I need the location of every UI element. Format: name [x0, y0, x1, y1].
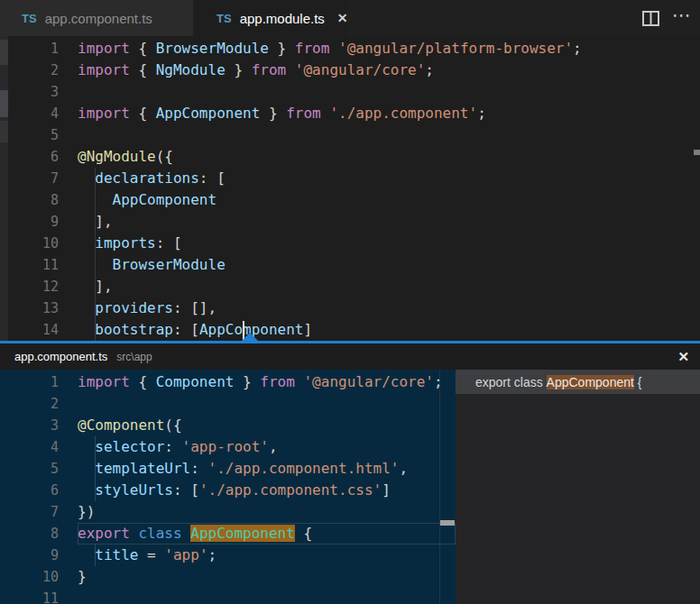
- line-number-gutter: 1234567891011121314: [8, 38, 63, 341]
- tab-label: app.module.ts: [240, 11, 325, 26]
- line-number: 12: [8, 276, 59, 297]
- peek-pointer-triangle: [242, 333, 258, 341]
- line-number: 10: [8, 233, 59, 254]
- code-token: from: [286, 105, 321, 122]
- close-peek-icon[interactable]: ✕: [677, 349, 689, 365]
- code-token: {: [295, 525, 312, 542]
- code-token: AppComponent: [156, 105, 261, 122]
- code-line[interactable]: [78, 393, 456, 415]
- typescript-file-icon: TS: [216, 12, 232, 25]
- code-line[interactable]: templateUrl: './app.component.html',: [78, 458, 456, 480]
- code-line[interactable]: import { NgModule } from '@angular/core'…: [78, 59, 700, 81]
- code-token: declarations: [95, 169, 199, 187]
- peek-code-editor[interactable]: 1234567891011 import { Component } from …: [0, 370, 456, 604]
- tab-app-component-ts[interactable]: TS app.component.ts: [0, 0, 193, 36]
- code-line[interactable]: }): [78, 501, 456, 523]
- code-line[interactable]: [78, 124, 700, 146]
- code-line[interactable]: import { BrowserModule } from '@angular/…: [78, 38, 700, 59]
- match-highlight: AppComponent: [547, 375, 634, 389]
- code-line[interactable]: BrowserModule: [78, 254, 700, 276]
- tab-app-module-ts[interactable]: TS app.module.ts ✕: [195, 0, 347, 36]
- code-token: class: [138, 525, 181, 542]
- peek-header: app.component.ts src\app ✕: [0, 343, 700, 370]
- line-number: 2: [8, 59, 59, 81]
- code-token: [78, 481, 95, 499]
- line-number-gutter: 1234567891011: [8, 371, 63, 604]
- code-line[interactable]: providers: [],: [78, 297, 700, 319]
- code-token: ;: [477, 105, 486, 122]
- line-number: 9: [8, 211, 59, 233]
- reference-list-item[interactable]: export class AppComponent {: [456, 370, 700, 394]
- code-token: ({: [156, 148, 173, 165]
- code-line[interactable]: declarations: [: [78, 168, 700, 189]
- code-token: [78, 234, 95, 252]
- code-line[interactable]: [78, 81, 700, 103]
- code-line[interactable]: selector: 'app-root',: [78, 436, 456, 458]
- code-line[interactable]: ],: [78, 276, 700, 297]
- code-line[interactable]: imports: [: [78, 233, 700, 254]
- overview-ruler-mark: [440, 520, 455, 526]
- code-line[interactable]: bootstrap: [AppComponent]: [78, 319, 700, 341]
- code-line[interactable]: AppComponent: [78, 189, 700, 211]
- code-line[interactable]: ],: [78, 211, 700, 233]
- editor-tab-bar: TS app.component.ts TS app.module.ts ✕ ⋯: [0, 0, 700, 36]
- split-editor-icon[interactable]: [641, 10, 659, 26]
- code-token: bootstrap: [95, 321, 173, 338]
- line-number: 8: [8, 189, 59, 211]
- code-token: }: [78, 568, 87, 585]
- code-line[interactable]: styleUrls: ['./app.component.css']: [78, 480, 456, 501]
- code-line[interactable]: [78, 588, 456, 604]
- code-token: }: [269, 40, 295, 57]
- code-line[interactable]: @NgModule({: [78, 146, 700, 168]
- line-number: 6: [8, 146, 59, 168]
- tab-label: app.component.ts: [45, 11, 152, 26]
- main-code-editor[interactable]: 1234567891011121314 import { BrowserModu…: [0, 36, 700, 341]
- code-line[interactable]: import { Component } from '@angular/core…: [78, 371, 456, 393]
- code-area[interactable]: import { BrowserModule } from '@angular/…: [78, 38, 700, 341]
- code-token: selector: [95, 438, 164, 455]
- code-token: styleUrls: [95, 481, 173, 499]
- code-token: {: [130, 373, 156, 390]
- code-token: BrowserModule: [113, 256, 226, 273]
- code-line[interactable]: export class AppComponent {: [78, 523, 456, 545]
- code-token: }: [234, 373, 260, 390]
- code-line[interactable]: }: [78, 566, 456, 588]
- code-token: : [: [156, 234, 182, 252]
- code-token: ({: [164, 416, 181, 434]
- code-token: : [: [173, 321, 199, 338]
- code-line[interactable]: title = 'app';: [78, 545, 456, 566]
- code-token: ;: [425, 61, 434, 78]
- code-token: [78, 191, 113, 208]
- peek-file-path: src\app: [116, 351, 152, 363]
- line-number: 8: [8, 523, 59, 545]
- line-number: 3: [8, 415, 59, 436]
- code-token: './app.component.html': [208, 460, 400, 477]
- code-line[interactable]: @Component({: [78, 415, 456, 436]
- result-text: export class: [475, 375, 547, 389]
- vscode-window: TS app.component.ts TS app.module.ts ✕ ⋯…: [0, 0, 700, 604]
- code-token: [329, 40, 338, 57]
- code-token: BrowserModule: [156, 40, 269, 57]
- code-token: ]: [382, 481, 391, 499]
- code-token: [130, 525, 139, 542]
- code-line[interactable]: import { AppComponent } from './app.comp…: [78, 103, 700, 124]
- code-area[interactable]: import { Component } from '@angular/core…: [78, 371, 456, 604]
- line-number: 7: [8, 168, 59, 189]
- line-number: 9: [8, 545, 59, 566]
- more-actions-icon[interactable]: ⋯: [670, 7, 693, 29]
- code-token: {: [130, 61, 156, 78]
- code-token: templateUrl: [95, 460, 190, 477]
- code-token: from: [252, 61, 287, 78]
- code-token: [78, 438, 95, 455]
- close-tab-icon[interactable]: ✕: [337, 11, 348, 25]
- code-token: ;: [434, 373, 443, 390]
- code-token: :: [190, 460, 207, 477]
- code-token: @Component: [78, 416, 164, 434]
- code-token: './app.component.css': [199, 481, 382, 499]
- code-token: '@angular/core': [303, 373, 434, 390]
- line-number: 11: [8, 588, 59, 604]
- line-number: 5: [8, 458, 59, 480]
- overview-ruler-mark: [694, 150, 700, 155]
- line-number: 5: [8, 124, 59, 146]
- code-token: [182, 525, 191, 542]
